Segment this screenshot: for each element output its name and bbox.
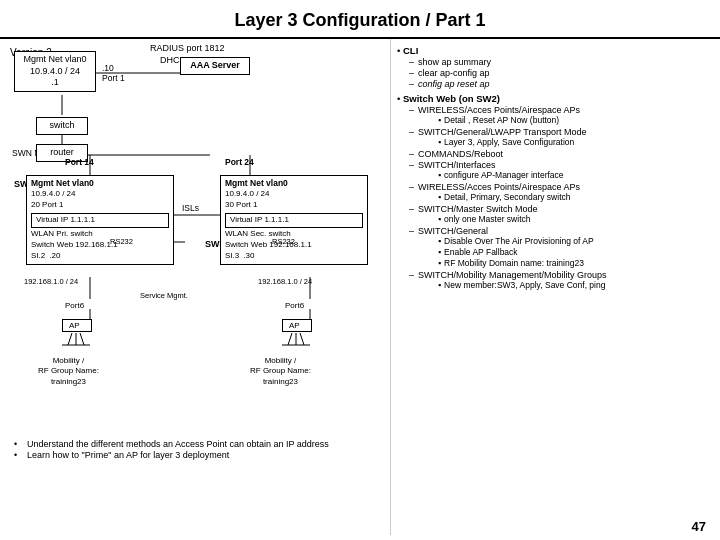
- sw-sub-3: – COMMANDS/Reboot: [409, 149, 710, 159]
- svg-line-19: [288, 333, 292, 345]
- sw-subsub-4-1: ▪ configure AP-Manager interface: [438, 170, 564, 180]
- right-device-box: Mgmt Net vlan0 10.9.4.0 / 24 30 Port 1 V…: [220, 175, 368, 265]
- cli-sub-list: – show ap summary – clear ap-config ap –…: [409, 57, 710, 89]
- left-device-box: Mgmt Net vlan0 10.9.4.0 / 24 20 Port 1 V…: [26, 175, 174, 265]
- port24-label: Port 24: [225, 157, 254, 167]
- sw-sub-7: – SWITCH/General ▪ Disable Over The Air …: [409, 226, 710, 269]
- sw-subsub-7-2: ▪ Enable AP Fallback: [438, 247, 594, 257]
- ap-right-icon: AP: [282, 319, 312, 347]
- mgmt-box-top: Mgmt Net vlan0 10.9.4.0 / 24 .1: [14, 51, 96, 92]
- sw-subsub-2-1: ▪ Layer 3, Apply, Save Configuration: [438, 137, 586, 147]
- cli-sub-1: – show ap summary: [409, 57, 710, 67]
- switch-box: switch: [36, 117, 88, 135]
- isls-label: ISLs: [182, 203, 199, 213]
- switch-web-section: • Switch Web (on SW2) – WIRELESS/Acces P…: [397, 93, 710, 291]
- bottom-bullets: • Understand the different methods an Ac…: [14, 439, 384, 460]
- rs232-right: RS232: [272, 237, 295, 246]
- sw-subsub-7-1: ▪ Disable Over The Air Provisioning of A…: [438, 236, 594, 246]
- right-panel: • CLI – show ap summary – clear ap-confi…: [390, 39, 720, 535]
- svg-line-17: [80, 333, 84, 345]
- sw-sub-6: – SWITCH/Master Switch Mode ▪ only one M…: [409, 204, 710, 225]
- sw-subsub-8-1: ▪ New member:SW3, Apply, Save Conf, ping: [438, 280, 607, 290]
- port6-left-label: Port6: [65, 301, 84, 310]
- cli-section: • CLI – show ap summary – clear ap-confi…: [397, 45, 710, 89]
- sw-subsub-1-1: ▪ Detail , Reset AP Now (button): [438, 115, 580, 125]
- port6-right-label: Port6: [285, 301, 304, 310]
- page-title: Layer 3 Configuration / Part 1: [0, 0, 720, 39]
- subnet-left: 192.168.1.0 / 24: [24, 277, 78, 286]
- mobility-right: Mobility / RF Group Name: training23: [250, 356, 311, 387]
- page-number: 47: [692, 519, 706, 534]
- subnet-right: 192.168.1.0 / 24: [258, 277, 312, 286]
- service-mgmt-label: Service Mgmt.: [140, 291, 188, 300]
- bottom-bullet-1: • Understand the different methods an Ac…: [14, 439, 384, 449]
- sw-subsub-6-1: ▪ only one Master switch: [438, 214, 538, 224]
- sw-sub-1: – WIRELESS/Acces Points/Airespace APs ▪ …: [409, 105, 710, 126]
- bottom-bullet-2: • Learn how to "Prime" an AP for layer 3…: [14, 450, 384, 460]
- port14-label: Port 14: [65, 157, 94, 167]
- port1-label: .10 Port 1: [102, 63, 125, 83]
- cli-sub-2: – clear ap-config ap: [409, 68, 710, 78]
- sw-subsub-7-3: ▪ RF Mobility Domain name: training23: [438, 258, 594, 268]
- mobility-left: Mobility / RF Group Name: training23: [38, 356, 99, 387]
- sw-sub-5: – WIRELESS/Acces Points/Airespace APs ▪ …: [409, 182, 710, 203]
- cli-sub-3: – config ap reset ap: [409, 79, 710, 89]
- rs232-left: RS232: [110, 237, 133, 246]
- diagram-area: SWN Master Mode Mgmt Net vlan0 10.9.4.0 …: [10, 47, 390, 437]
- switch-web-sub-list: – WIRELESS/Acces Points/Airespace APs ▪ …: [409, 105, 710, 291]
- sw-subsub-5-1: ▪ Detail, Primary, Secondary switch: [438, 192, 580, 202]
- sw-sub-8: – SWITCH/Mobility Management/Mobility Gr…: [409, 270, 710, 291]
- aaa-server-box: AAA Server: [180, 57, 250, 75]
- ap-left-icon: AP: [62, 319, 92, 347]
- sw-sub-4: – SWITCH/Interfaces ▪ configure AP-Manag…: [409, 160, 710, 181]
- sw-sub-2: – SWITCH/General/LWAPP Transport Mode ▪ …: [409, 127, 710, 148]
- left-panel: Version 2 RADIUS port 1812 DHCP Server: [0, 39, 390, 535]
- svg-line-21: [300, 333, 304, 345]
- svg-line-15: [68, 333, 72, 345]
